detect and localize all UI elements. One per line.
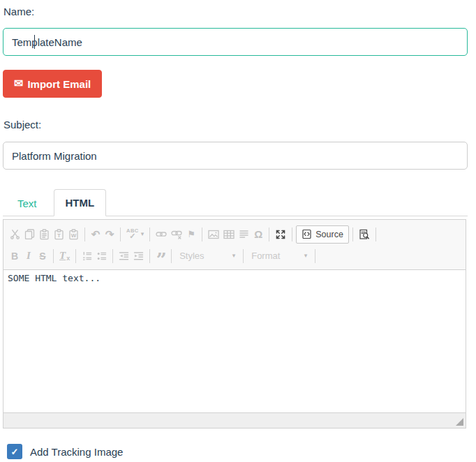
table-icon: [223, 230, 235, 239]
anchor-button[interactable]: ⚑: [184, 226, 198, 243]
html-source-textarea[interactable]: SOME HTML text...: [3, 270, 466, 412]
unlink-button[interactable]: [169, 226, 184, 243]
maximize-icon: [275, 229, 286, 240]
envelope-icon: ✉: [14, 78, 23, 89]
cut-icon: [10, 229, 20, 239]
paste-plain-text-button[interactable]: T: [52, 226, 66, 243]
tab-html[interactable]: HTML: [54, 189, 107, 216]
styles-dropdown-label: Styles: [179, 251, 204, 261]
styles-dropdown[interactable]: Styles ▾: [175, 248, 239, 264]
strikethrough-button[interactable]: S: [36, 248, 50, 264]
horizontal-rule-button[interactable]: [237, 226, 251, 243]
table-button[interactable]: [221, 226, 237, 243]
resize-handle-icon[interactable]: [456, 418, 463, 426]
cut-button[interactable]: [8, 226, 22, 243]
toolbar-row-1: T W ↶ ↷ ABC ✓ ▾: [8, 223, 461, 245]
numbered-list-button[interactable]: [80, 248, 94, 264]
toolbar-separator: [315, 249, 315, 263]
editor-toolbar: T W ↶ ↷ ABC ✓ ▾: [3, 220, 466, 270]
paste-from-word-letter: W: [71, 233, 77, 239]
toolbar-separator: [53, 249, 54, 263]
undo-button[interactable]: ↶: [89, 226, 103, 243]
add-tracking-label: Add Tracking Image: [30, 446, 123, 458]
source-icon: [302, 229, 312, 239]
toolbar-separator: [202, 228, 202, 241]
remove-format-button[interactable]: T x: [57, 248, 72, 264]
horizontal-rule-icon: [239, 229, 249, 239]
checkmark-icon: ✓: [11, 447, 19, 456]
toolbar-separator: [375, 228, 376, 241]
unlink-icon: [171, 229, 182, 239]
numbered-list-icon: [82, 251, 92, 261]
import-email-button[interactable]: ✉ Import Email: [3, 70, 102, 98]
name-input[interactable]: [3, 28, 468, 56]
toolbar-separator: [112, 249, 113, 263]
subject-label: Subject:: [3, 119, 476, 131]
remove-format-icon: T: [59, 250, 66, 262]
image-icon: [208, 230, 219, 239]
paste-icon: [39, 229, 50, 240]
spell-check-button[interactable]: ABC ✓ ▾: [124, 226, 146, 243]
chevron-down-icon: ▾: [141, 231, 144, 237]
chevron-down-icon: ▾: [232, 253, 236, 259]
toolbar-row-2: B I S T x: [8, 245, 461, 267]
bulleted-list-icon: [96, 251, 107, 261]
image-button[interactable]: [206, 226, 221, 243]
preview-button[interactable]: [357, 226, 372, 243]
maximize-button[interactable]: [273, 226, 288, 243]
import-email-label: Import Email: [27, 78, 91, 90]
increase-indent-button[interactable]: [131, 248, 146, 264]
copy-icon: [24, 229, 35, 239]
add-tracking-checkbox[interactable]: ✓: [7, 444, 22, 459]
toolbar-separator: [269, 228, 269, 241]
editor-bottom-bar: [3, 412, 466, 428]
special-character-button[interactable]: Ω: [251, 226, 265, 243]
toolbar-separator: [243, 249, 244, 263]
increase-indent-icon: [133, 251, 144, 261]
decrease-indent-button[interactable]: [117, 248, 131, 264]
editor-mode-tabs: Text HTML: [3, 186, 468, 216]
source-button[interactable]: Source: [296, 225, 349, 244]
toolbar-separator: [171, 249, 172, 263]
bulleted-list-button[interactable]: [94, 248, 109, 264]
subject-input[interactable]: [3, 142, 468, 170]
link-button[interactable]: [154, 226, 169, 243]
paste-from-word-button[interactable]: W: [66, 226, 81, 243]
blockquote-button[interactable]: ”: [154, 251, 168, 268]
toolbar-separator: [84, 228, 85, 241]
redo-button[interactable]: ↷: [103, 226, 117, 243]
format-dropdown-label: Format: [251, 251, 280, 261]
paste-plain-text-letter: T: [57, 233, 61, 239]
format-dropdown[interactable]: Format ▾: [247, 248, 311, 264]
toolbar-separator: [292, 228, 292, 241]
italic-button[interactable]: I: [22, 248, 36, 264]
subject-input-wrap: [3, 142, 468, 170]
toolbar-separator: [149, 228, 150, 241]
name-input-wrap: [3, 28, 468, 56]
preview-icon: [359, 229, 370, 240]
bold-button[interactable]: B: [8, 248, 22, 264]
toolbar-separator: [75, 249, 76, 263]
paste-button[interactable]: [37, 226, 52, 243]
tab-text[interactable]: Text: [6, 191, 48, 216]
toolbar-separator: [352, 228, 353, 241]
chevron-down-icon: ▾: [304, 253, 308, 259]
toolbar-separator: [120, 228, 121, 241]
text-cursor: [34, 35, 35, 49]
spell-check-icon: ABC ✓: [126, 229, 139, 239]
decrease-indent-icon: [119, 251, 129, 261]
tracking-row: ✓ Add Tracking Image: [7, 444, 476, 459]
toolbar-separator: [149, 249, 150, 263]
link-icon: [156, 229, 167, 239]
name-label: Name:: [3, 6, 476, 17]
html-editor: T W ↶ ↷ ABC ✓ ▾: [3, 219, 466, 429]
copy-button[interactable]: [22, 226, 37, 243]
source-button-label: Source: [315, 230, 343, 239]
template-editor-form: Name: ✉ Import Email Subject: Text HTML: [0, 0, 476, 459]
